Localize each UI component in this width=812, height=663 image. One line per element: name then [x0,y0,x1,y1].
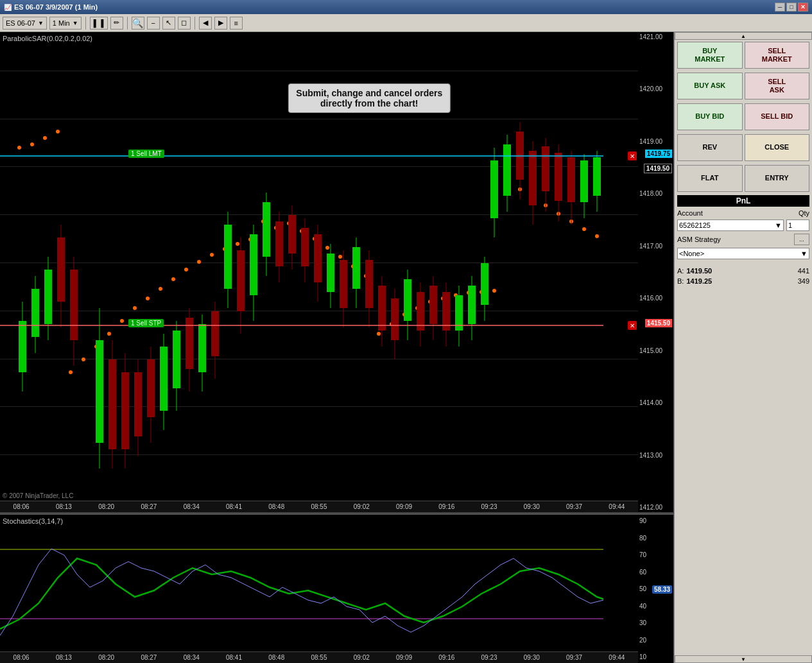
symbol-selector[interactable]: ES 06-07 ▼ [3,17,47,30]
qty-label: Qty [799,209,809,217]
svg-point-8 [120,319,124,323]
select-tool-button[interactable]: ◻ [178,17,191,30]
qty-input[interactable] [786,220,809,231]
sell-lmt-badge[interactable]: 1 Sell LMT [128,150,164,158]
svg-rect-53 [57,237,65,302]
strategy-dropdown[interactable]: <None> ▼ [677,248,809,259]
stoch-label: Stochastics(3,14,7) [3,517,63,525]
svg-rect-91 [198,324,206,372]
svg-point-10 [146,297,150,300]
svg-rect-93 [211,311,219,356]
svg-rect-61 [121,372,129,449]
svg-point-12 [171,277,175,281]
maximize-button[interactable]: □ [786,3,797,12]
sell-bid-button[interactable]: SELL BID [745,103,810,130]
svg-rect-55 [70,270,78,340]
candle-buy-area-2 [503,135,511,212]
bid-buttons-row: BUY BID SELL BID [675,101,812,132]
svg-point-45 [595,234,599,238]
candle-buy-area-1 [490,148,498,237]
rev-button[interactable]: REV [677,134,743,161]
price-scale: 1421.00 1420.00 1419.00 1418.00 1417.00 … [638,32,673,512]
candle-buy-area-7 [567,151,575,225]
stoch-x-axis: 08:06 08:13 08:20 08:27 08:34 08:41 08:4… [0,651,638,663]
svg-rect-127 [429,286,437,324]
stoch-scale: 90 80 70 60 50 40 30 20 10 [638,515,673,663]
svg-rect-59 [108,359,116,449]
svg-point-25 [338,255,342,259]
account-qty-inputs: 65262125 ▼ [675,218,812,232]
price-b-label: B: [677,277,684,285]
window-close-button[interactable]: ✕ [798,3,808,12]
close-button[interactable]: CLOSE [745,134,810,161]
market-buttons-row: BUY MARKET SELL MARKET [675,40,812,71]
strategy-dropdown-row: <None> ▼ [675,246,812,261]
stoch-svg [0,526,603,655]
zoom-out-button[interactable]: − [147,17,160,30]
svg-point-0 [17,146,21,150]
svg-rect-79 [567,157,575,202]
svg-rect-107 [301,228,309,266]
minimize-button[interactable]: ─ [775,3,785,12]
svg-rect-67 [490,160,498,218]
candle-10 [147,347,155,443]
svg-rect-51 [44,270,52,324]
flat-button[interactable]: FLAT [677,165,743,192]
candle-8 [121,353,129,469]
zoom-in-button[interactable]: 🔍 [132,17,144,30]
title-bar-controls: ─ □ ✕ [775,3,808,12]
entry-button[interactable]: ENTRY [745,165,810,192]
draw-tool-button[interactable]: ✏ [110,17,123,30]
sell-market-button[interactable]: SELL MARKET [745,42,810,69]
svg-rect-123 [404,279,411,321]
cancel-stp-button[interactable]: ✕ [628,321,637,330]
price-a-qty: 441 [798,267,809,275]
svg-rect-85 [160,347,168,411]
toolbar: ES 06-07 ▼ 1 Min ▼ ▌▐ ✏ 🔍 − ↖ ◻ ◀ ▶ ≡ [0,14,812,32]
forward-button[interactable]: ▶ [214,17,227,30]
svg-point-28 [377,332,381,336]
scroll-down-button[interactable]: ▼ [675,655,812,663]
indicator-chart: Stochastics(3,14,7) 58.33 90 80 70 [0,513,674,663]
buy-market-button[interactable]: BUY MARKET [677,42,743,69]
svg-rect-113 [340,260,347,308]
svg-rect-135 [481,263,488,305]
copyright-text: © 2007 NinjaTrader, LLC [3,492,73,499]
current-price-tag: 1419.50 [644,164,672,173]
buy-ask-button[interactable]: BUY ASK [677,73,743,99]
scroll-up-button[interactable]: ▲ [675,32,812,40]
candle-buy-area-5 [542,138,549,212]
properties-button[interactable]: ≡ [230,17,243,30]
buy-bid-button[interactable]: BUY BID [677,103,743,130]
toolbar-separator-2 [127,17,128,30]
svg-rect-87 [173,331,180,388]
price-chart[interactable]: ParabolicSAR(0.02,0.2,0.02) Submit, chan… [0,32,674,513]
svg-rect-49 [31,289,39,337]
account-dropdown[interactable]: 65262125 ▼ [677,220,784,231]
bar-type-button[interactable]: ▌▐ [90,17,108,30]
sell-ask-button[interactable]: SELL ASK [745,73,810,99]
svg-rect-101 [263,202,270,257]
svg-point-17 [236,242,239,246]
cancel-lmt-button[interactable]: ✕ [628,151,637,160]
back-button[interactable]: ◀ [199,17,212,30]
svg-rect-103 [275,221,283,266]
cursor-tool-button[interactable]: ↖ [162,17,175,30]
svg-rect-83 [593,157,601,196]
svg-rect-77 [555,153,562,201]
candlestick-svg [0,32,603,501]
main-container: ParabolicSAR(0.02,0.2,0.02) Submit, chan… [0,32,812,663]
interval-selector[interactable]: 1 Min ▼ [49,17,82,30]
candle-6 [96,308,103,469]
svg-rect-133 [468,286,476,324]
svg-point-15 [210,253,214,257]
lmt-price-tag: 1419.75 [645,150,672,158]
toolbar-separator-3 [194,17,195,30]
svg-rect-99 [250,234,257,295]
sell-stp-badge[interactable]: 1 Sell STP [128,319,164,327]
svg-rect-97 [237,250,245,311]
svg-rect-95 [224,225,232,289]
svg-rect-125 [417,292,424,331]
strategy-settings-button[interactable]: ... [794,234,809,245]
toolbar-separator-1 [85,17,86,30]
